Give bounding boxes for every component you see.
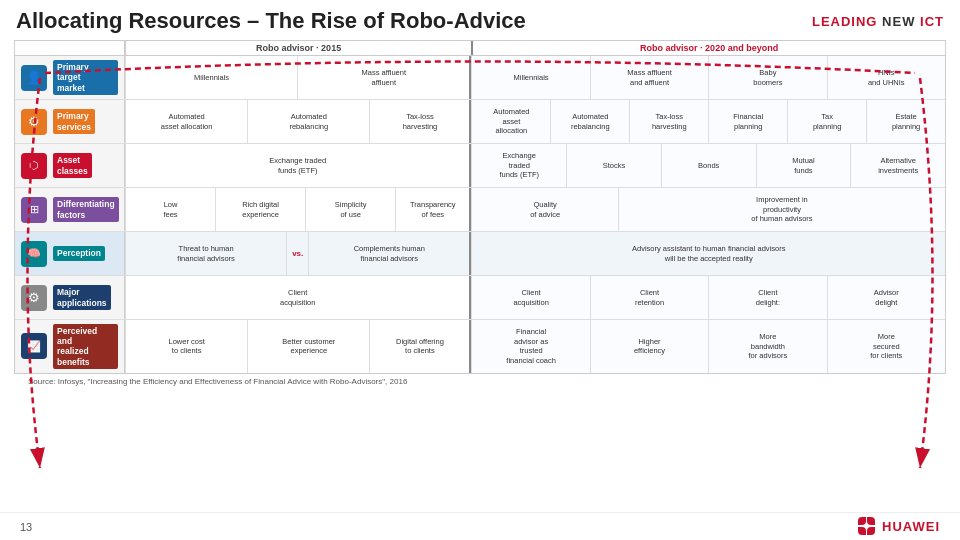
cells-2020: Exchangetradedfunds (ETF) Stocks Bonds M… xyxy=(469,144,945,187)
row-icon-label-major-apps: ⚙ Majorapplications xyxy=(15,276,125,319)
page-number: 13 xyxy=(20,521,32,533)
cell: Clientacquisition xyxy=(125,276,469,319)
hexagon-icon: ⬡ xyxy=(21,153,47,179)
row-icon-label-differentiating: ⊞ Differentiatingfactors xyxy=(15,188,125,231)
row-label: Perceived andrealizedbenefits xyxy=(53,324,118,369)
row-icon-label-primary-target: 👤 Primary targetmarket xyxy=(15,56,125,99)
cell: Mass affluentaffluent xyxy=(297,56,469,99)
row-label: Assetclasses xyxy=(53,153,92,177)
cell: Financialplanning xyxy=(708,100,787,143)
cell: Better customerexperience xyxy=(247,320,369,373)
cell: Morebandwidthfor advisors xyxy=(708,320,826,373)
row-icon-label-perception: 🧠 Perception xyxy=(15,232,125,275)
row-icon-label-primary-services: ⚙ Primaryservices xyxy=(15,100,125,143)
cell: Digital offeringto clients xyxy=(369,320,469,373)
brand-label: LEADING NEW ICT xyxy=(812,14,944,29)
row-label: Differentiatingfactors xyxy=(53,197,119,221)
cell: Higherefficiency xyxy=(590,320,708,373)
gear2-icon: ⚙ xyxy=(21,285,47,311)
row-label: Primaryservices xyxy=(53,109,95,133)
source-line: Source: Infosys, "Increasing the Efficie… xyxy=(14,374,946,389)
cells-2015: Lowfees Rich digitalexperience Simplicit… xyxy=(125,188,469,231)
table-row: ⚙ Majorapplications Clientacquisition Cl… xyxy=(15,276,945,320)
cell: Tax-lossharvesting xyxy=(369,100,469,143)
cell: Mass affluentand affluent xyxy=(590,56,708,99)
cell: Advisory assistant to human financial ad… xyxy=(471,232,945,275)
cell: Taxplanning xyxy=(787,100,866,143)
row-icon-label-asset-classes: ⬡ Assetclasses xyxy=(15,144,125,187)
cell: Alternativeinvestments xyxy=(850,144,945,187)
cell: Lower costto clients xyxy=(125,320,247,373)
table-row: 📈 Perceived andrealizedbenefits Lower co… xyxy=(15,320,945,373)
cells-2015: Exchange tradedfunds (ETF) xyxy=(125,144,469,187)
cell: Exchange tradedfunds (ETF) xyxy=(125,144,469,187)
header: Allocating Resources – The Rise of Robo-… xyxy=(0,0,960,40)
row-icon-label-perceived-benefits: 📈 Perceived andrealizedbenefits xyxy=(15,320,125,373)
cell: Simplicityof use xyxy=(305,188,395,231)
cell: Lowfees xyxy=(125,188,215,231)
cells-2015: Automatedasset allocation Automatedrebal… xyxy=(125,100,469,143)
main-content: Robo advisor · 2015 Robo advisor · 2020 … xyxy=(0,40,960,393)
table-row: ⊞ Differentiatingfactors Lowfees Rich di… xyxy=(15,188,945,232)
row-label: Perception xyxy=(53,246,105,260)
cells-2020: Advisory assistant to human financial ad… xyxy=(469,232,945,275)
cells-2020: Clientacquisition Clientretention Client… xyxy=(469,276,945,319)
footer: 13 HUAWEI xyxy=(0,512,960,540)
cell: Bonds xyxy=(661,144,756,187)
chart-icon: 📈 xyxy=(21,333,47,359)
cell: Rich digitalexperience xyxy=(215,188,305,231)
robo-2020-label: Robo advisor · 2020 and beyond xyxy=(471,41,945,55)
row-label: Primary targetmarket xyxy=(53,60,118,95)
table-row: ⚙ Primaryservices Automatedasset allocat… xyxy=(15,100,945,144)
page-title: Allocating Resources – The Rise of Robo-… xyxy=(16,8,526,34)
brain-icon: 🧠 xyxy=(21,241,47,267)
vs-label: vs. xyxy=(286,232,308,275)
cells-2020: Financialadvisor astrustedfinancial coac… xyxy=(469,320,945,373)
cell: HNIsand UHNIs xyxy=(827,56,945,99)
gear-icon: ⚙ xyxy=(21,109,47,135)
cell: Exchangetradedfunds (ETF) xyxy=(471,144,566,187)
cell: Millennials xyxy=(471,56,589,99)
cell: Advisordelight xyxy=(827,276,945,319)
cell: Automatedassetallocation xyxy=(471,100,550,143)
table-row: ⬡ Assetclasses Exchange tradedfunds (ETF… xyxy=(15,144,945,188)
cell: Threat to humanfinancial advisors xyxy=(125,232,286,275)
cell: Stocks xyxy=(566,144,661,187)
row-label: Majorapplications xyxy=(53,285,111,309)
cell: Estateplanning xyxy=(866,100,945,143)
cell: Transparencyof fees xyxy=(395,188,469,231)
cell: Babyboomers xyxy=(708,56,826,99)
cell: Clientacquisition xyxy=(471,276,589,319)
cells-2020: Automatedassetallocation Automatedrebala… xyxy=(469,100,945,143)
cell: Mutualfunds xyxy=(756,144,851,187)
robo-label-row: Robo advisor · 2015 Robo advisor · 2020 … xyxy=(15,41,945,56)
cell: Automatedrebalancing xyxy=(247,100,369,143)
cells-2015: Millennials Mass affluentaffluent xyxy=(125,56,469,99)
cells-2015: Threat to humanfinancial advisors vs. Co… xyxy=(125,232,469,275)
cell: Automatedrebalancing xyxy=(550,100,629,143)
cell: Clientretention xyxy=(590,276,708,319)
robo-2015-label: Robo advisor · 2015 xyxy=(125,41,471,55)
cell: Automatedasset allocation xyxy=(125,100,247,143)
cell: Financialadvisor astrustedfinancial coac… xyxy=(471,320,589,373)
table-row: 👤 Primary targetmarket Millennials Mass … xyxy=(15,56,945,100)
cell: Clientdelight: xyxy=(708,276,826,319)
table-wrapper: Robo advisor · 2015 Robo advisor · 2020 … xyxy=(14,40,946,374)
cells-2020: Millennials Mass affluentand affluent Ba… xyxy=(469,56,945,99)
cell: Millennials xyxy=(125,56,297,99)
huawei-logo: HUAWEI xyxy=(858,517,940,537)
huawei-text: HUAWEI xyxy=(882,519,940,534)
cell: Moresecuredfor clients xyxy=(827,320,945,373)
grid-icon: ⊞ xyxy=(21,197,47,223)
cell: Tax-lossharvesting xyxy=(629,100,708,143)
cell: Improvement inproductivityof human advis… xyxy=(618,188,945,231)
cells-2015: Lower costto clients Better customerexpe… xyxy=(125,320,469,373)
cells-2020: Qualityof advice Improvement inproductiv… xyxy=(469,188,945,231)
cells-2015: Clientacquisition xyxy=(125,276,469,319)
user-icon: 👤 xyxy=(21,65,47,91)
cell: Qualityof advice xyxy=(471,188,617,231)
huawei-flowers-icon xyxy=(858,517,878,537)
table-row: 🧠 Perception Threat to humanfinancial ad… xyxy=(15,232,945,276)
cell: Complements humanfinancial advisors xyxy=(308,232,469,275)
